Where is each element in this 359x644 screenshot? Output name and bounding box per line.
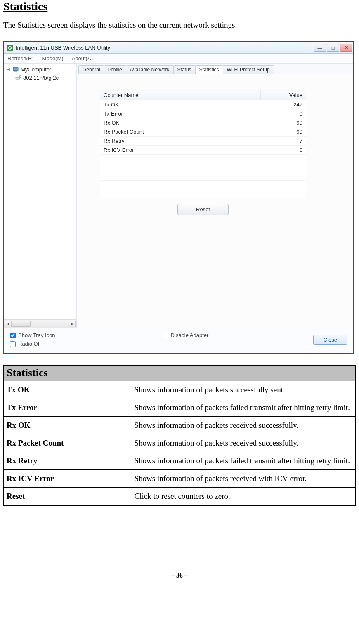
statistics-table: Counter Name Value Tx OK247 Tx Error0 Rx… [100,90,306,198]
cell-name: Tx OK [100,100,261,109]
tree-child[interactable]: 802.11n/b/g 2c [6,73,75,82]
window-title: Intelligent 11n USB Wireless LAN Utility [16,45,311,51]
cell-name: Rx Retry [100,137,261,146]
table-row[interactable]: Rx ICV Error0 [100,146,306,155]
table-row[interactable]: Rx Packet Count99 [100,127,306,137]
page-title: Statistics [3,0,356,13]
explain-key: Rx OK [4,417,132,434]
tree-pane: ⊟ MyComputer 802.11n/b/g 2c ◄ ► [4,64,77,328]
close-button[interactable]: Close [313,335,347,345]
menu-about[interactable]: About(A) [72,55,93,61]
col-counter-name[interactable]: Counter Name [100,90,261,100]
reset-button[interactable]: Reset [177,204,229,215]
bottom-bar: Show Tray Icon Radio Off Disable Adapter… [4,328,353,353]
table-row: Rx ICV ErrorShows information of packets… [4,470,355,488]
explain-value: Shows information of packets failed tran… [132,399,355,417]
table-row: Tx ErrorShows information of packets fai… [4,399,355,417]
tab-general[interactable]: General [78,65,104,74]
table-row: ResetClick to reset counters to zero. [4,488,355,506]
scroll-thumb[interactable] [12,321,31,327]
cell-value: 247 [261,100,306,109]
cell-value: 0 [261,109,306,118]
tab-wps[interactable]: Wi-Fi Protect Setup [223,65,274,74]
cell-name: Tx Error [100,109,261,118]
cell-name: Rx ICV Error [100,146,261,155]
explain-key: Rx Packet Count [4,434,132,452]
app-window: Intelligent 11n USB Wireless LAN Utility… [3,41,354,354]
app-icon [7,45,13,51]
table-row [100,163,306,172]
cell-value: 0 [261,146,306,155]
table-row [100,189,306,198]
table-row[interactable]: Tx OK247 [100,100,306,109]
computer-icon [12,66,19,73]
scroll-left-icon[interactable]: ◄ [5,321,12,327]
wireless-adapter-icon [15,74,21,81]
svg-rect-3 [14,71,17,72]
tab-available-network[interactable]: Available Network [126,65,174,74]
show-tray-label: Show Tray Icon [18,332,55,338]
table-row: Tx OKShows information of packets succes… [4,381,355,399]
table-row [100,181,306,189]
radio-off-label: Radio Off [18,341,41,347]
explain-value: Shows information of packets received wi… [132,470,355,488]
explain-value: Shows information of packets failed tran… [132,452,355,470]
close-window-button[interactable]: ✕ [340,44,352,52]
tab-statistics[interactable]: Statistics [195,65,223,74]
disable-adapter-checkbox[interactable]: Disable Adapter [163,332,209,338]
col-value[interactable]: Value [261,90,306,100]
tabstrip: General Profile Available Network Status… [77,64,353,74]
explain-key: Tx OK [4,381,132,399]
radio-off-input[interactable] [10,341,16,347]
table-row [100,155,306,163]
cell-value: 99 [261,118,306,127]
explain-value: Shows information of packets received su… [132,417,355,434]
scroll-right-icon[interactable]: ► [69,321,76,327]
tree-child-label: 802.11n/b/g 2c [23,75,59,81]
cell-value: 99 [261,127,306,137]
explain-key: Rx ICV Error [4,470,132,488]
explain-key: Reset [4,488,132,506]
svg-point-1 [9,47,11,49]
disable-adapter-input[interactable] [163,333,168,338]
menu-refresh[interactable]: Refresh(R) [7,55,34,61]
disable-adapter-label: Disable Adapter [171,332,209,338]
tree-root-label: MyComputer [21,66,51,73]
page-number: - 36 - [3,572,356,579]
table-row[interactable]: Tx Error0 [100,109,306,118]
menubar: Refresh(R) Mode(M) About(A) [4,54,353,64]
table-row: Rx RetryShows information of packets fai… [4,452,355,470]
explain-key: Tx Error [4,399,132,417]
explanation-title: Statistics [4,366,355,381]
cell-value: 7 [261,137,306,146]
svg-rect-2 [13,67,18,71]
show-tray-checkbox[interactable]: Show Tray Icon [10,332,55,338]
tree-root[interactable]: ⊟ MyComputer [6,65,75,73]
collapse-icon[interactable]: ⊟ [6,67,11,72]
table-row: Rx OKShows information of packets receiv… [4,417,355,434]
titlebar: Intelligent 11n USB Wireless LAN Utility… [4,42,353,54]
tree-scrollbar[interactable]: ◄ ► [4,319,76,328]
radio-off-checkbox[interactable]: Radio Off [10,341,55,347]
tab-status[interactable]: Status [173,65,196,74]
intro-text: The Statistics screen displays the stati… [3,21,356,30]
content-pane: General Profile Available Network Status… [77,64,353,328]
explanation-table: Statistics Tx OKShows information of pac… [3,365,356,506]
minimize-button[interactable]: — [314,44,326,52]
table-row [100,172,306,181]
menu-mode[interactable]: Mode(M) [42,55,64,61]
explain-value: Shows information of packets received su… [132,434,355,452]
table-row: Rx Packet CountShows information of pack… [4,434,355,452]
cell-name: Rx Packet Count [100,127,261,137]
cell-name: Rx OK [100,118,261,127]
table-row[interactable]: Rx OK99 [100,118,306,127]
maximize-button[interactable]: □ [327,44,339,52]
explain-value: Shows information of packets successfull… [132,381,355,399]
show-tray-input[interactable] [10,333,16,338]
explain-key: Rx Retry [4,452,132,470]
table-row[interactable]: Rx Retry7 [100,137,306,146]
tab-profile[interactable]: Profile [104,65,126,74]
svg-rect-4 [16,77,20,79]
explain-value: Click to reset counters to zero. [132,488,355,506]
